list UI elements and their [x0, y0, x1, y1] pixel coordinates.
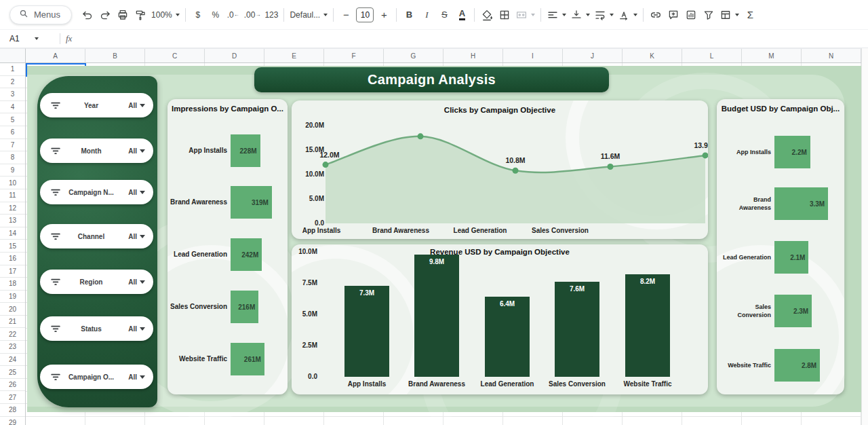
row-header-23[interactable]: 23 — [0, 341, 25, 354]
column-header-l[interactable]: L — [682, 49, 742, 62]
text-color-button[interactable]: A — [453, 6, 471, 24]
filter-value-dropdown[interactable]: All — [128, 224, 145, 248]
filter-pill-campaign-n[interactable]: Campaign N...All — [40, 180, 153, 204]
column-header-b[interactable]: B — [85, 49, 145, 62]
filter-pill-region[interactable]: RegionAll — [40, 270, 153, 294]
column-header-i[interactable]: I — [503, 49, 563, 62]
column-header-j[interactable]: J — [563, 49, 623, 62]
row-header-15[interactable]: 15 — [0, 240, 25, 253]
column-header-h[interactable]: H — [443, 49, 503, 62]
decrease-decimals-button[interactable]: .0← — [224, 6, 242, 24]
fill-color-icon[interactable] — [478, 6, 496, 24]
menus-search[interactable]: Menus — [9, 5, 72, 24]
filter-value-dropdown[interactable]: All — [128, 180, 145, 204]
column-header-f[interactable]: F — [324, 49, 384, 62]
insert-link-icon[interactable] — [647, 6, 665, 24]
insert-comment-icon[interactable] — [665, 6, 682, 24]
row-header-29[interactable]: 29 — [0, 417, 25, 425]
strikethrough-button[interactable]: S — [435, 6, 453, 24]
create-filter-icon[interactable] — [700, 6, 717, 24]
row-header-4[interactable]: 4 — [0, 101, 25, 114]
text-rotation-icon[interactable] — [616, 6, 639, 24]
page-title: Campaign Analysis — [368, 72, 496, 88]
format-currency-button[interactable]: $ — [189, 6, 207, 24]
row-header-2[interactable]: 2 — [0, 76, 25, 89]
bar-lead-generation: 2.1M — [774, 241, 808, 274]
row-header-13[interactable]: 13 — [0, 215, 25, 227]
row-header-12[interactable]: 12 — [0, 202, 25, 215]
undo-icon[interactable] — [79, 6, 96, 24]
column-header-n[interactable]: N — [802, 49, 861, 62]
row-header-20[interactable]: 20 — [0, 303, 25, 316]
filter-value-dropdown[interactable]: All — [128, 316, 145, 341]
row-header-5[interactable]: 5 — [0, 113, 25, 126]
filter-value-dropdown[interactable]: All — [128, 365, 145, 389]
font-size-input[interactable]: 10 — [356, 7, 374, 22]
vertical-scrollbar[interactable] — [861, 48, 868, 425]
row-header-8[interactable]: 8 — [0, 151, 25, 164]
column-header-d[interactable]: D — [205, 49, 264, 62]
redo-icon[interactable] — [96, 6, 114, 24]
row-header-1[interactable]: 1 — [0, 63, 25, 76]
filter-value-dropdown[interactable]: All — [128, 93, 145, 117]
row-header-9[interactable]: 9 — [0, 164, 25, 177]
font-family-select-button[interactable]: Defaul... — [288, 6, 330, 24]
filter-pill-month[interactable]: MonthAll — [40, 138, 153, 163]
borders-icon[interactable] — [496, 6, 513, 24]
filter-pill-campaign-o[interactable]: Campaign O...All — [40, 365, 153, 389]
format-number-button[interactable]: 123 — [262, 6, 280, 24]
column-header-c[interactable]: C — [145, 49, 205, 62]
select-all-corner[interactable] — [0, 48, 26, 63]
row-header-19[interactable]: 19 — [0, 291, 25, 303]
column-header-m[interactable]: M — [742, 49, 802, 62]
x-tick-brand-awareness: Brand Awareness — [372, 227, 429, 234]
row-header-3[interactable]: 3 — [0, 88, 25, 101]
filter-pill-status[interactable]: StatusAll — [40, 316, 153, 341]
filter-pill-channel[interactable]: ChannelAll — [40, 224, 153, 248]
row-header-16[interactable]: 16 — [0, 253, 25, 265]
paint-format-icon[interactable] — [132, 6, 149, 24]
column-header-g[interactable]: G — [384, 49, 443, 62]
vertical-align-icon[interactable] — [568, 6, 592, 24]
functions-button[interactable]: Σ — [741, 6, 759, 24]
dashboard-image[interactable]: Campaign Analysis YearAllMonthAllCampaig… — [27, 66, 861, 412]
filter-value-dropdown[interactable]: All — [128, 138, 145, 163]
zoom-select-button[interactable]: 100% — [149, 6, 182, 24]
row-header-11[interactable]: 11 — [0, 189, 25, 202]
row-header-6[interactable]: 6 — [0, 126, 25, 139]
insert-chart-icon[interactable] — [682, 6, 700, 24]
row-header-10[interactable]: 10 — [0, 177, 25, 189]
decrease-font-size-button[interactable]: − — [337, 6, 355, 24]
text-wrap-icon[interactable] — [592, 6, 616, 24]
row-header-24[interactable]: 24 — [0, 354, 25, 367]
bar-sales-conversion: 7.6M — [555, 282, 599, 377]
filter-label: Region — [64, 270, 118, 294]
row-header-25[interactable]: 25 — [0, 366, 25, 379]
row-header-7[interactable]: 7 — [0, 139, 25, 152]
filter-label: Status — [64, 316, 118, 341]
row-header-27[interactable]: 27 — [0, 391, 25, 404]
row-header-28[interactable]: 28 — [0, 404, 25, 417]
increase-font-size-button[interactable]: + — [375, 6, 393, 24]
column-header-e[interactable]: E — [264, 49, 324, 62]
format-percent-button[interactable]: % — [207, 6, 224, 24]
print-icon[interactable] — [114, 6, 132, 24]
row-header-18[interactable]: 18 — [0, 278, 25, 291]
formula-input[interactable] — [72, 30, 868, 48]
row-header-17[interactable]: 17 — [0, 265, 25, 278]
chevron-down-icon — [610, 14, 614, 16]
column-header-a[interactable]: A — [26, 49, 85, 62]
row-header-21[interactable]: 21 — [0, 316, 25, 329]
row-header-26[interactable]: 26 — [0, 379, 25, 392]
increase-decimals-button[interactable]: .00→ — [242, 6, 263, 24]
bold-button[interactable]: B — [400, 6, 418, 24]
italic-button[interactable]: I — [418, 6, 435, 24]
cell-name-box[interactable]: A1 — [0, 34, 58, 43]
column-header-k[interactable]: K — [623, 49, 682, 62]
filter-value-dropdown[interactable]: All — [128, 270, 145, 294]
table-views-icon[interactable] — [717, 6, 741, 24]
horizontal-align-icon[interactable] — [545, 6, 568, 24]
row-header-22[interactable]: 22 — [0, 328, 25, 341]
filter-pill-year[interactable]: YearAll — [40, 93, 153, 117]
row-header-14[interactable]: 14 — [0, 227, 25, 240]
